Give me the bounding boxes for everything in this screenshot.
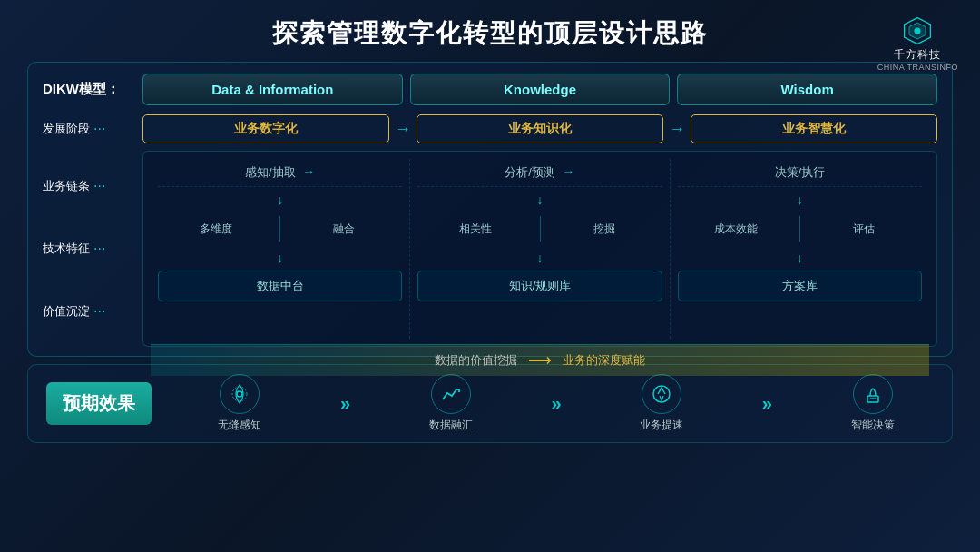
result-item-4: 智能决策 bbox=[851, 374, 895, 433]
tech-right-2: 挖掘 bbox=[546, 222, 662, 237]
result-icon-2 bbox=[431, 374, 471, 414]
chain-label: 业务链条 ··· bbox=[43, 171, 142, 202]
expected-label: 预期效果 bbox=[46, 382, 152, 425]
value-box-2: 知识/规则库 bbox=[417, 271, 662, 301]
main-title: 探索管理数字化转型的顶层设计思路 bbox=[0, 16, 980, 51]
upper-section: DIKW模型： Data & Information Knowledge Wis… bbox=[27, 62, 953, 357]
svg-point-3 bbox=[237, 391, 242, 397]
result-label-1: 无缝感知 bbox=[218, 418, 261, 433]
tech-right-3: 评估 bbox=[806, 222, 922, 237]
tech-label: 技术特征 ··· bbox=[43, 233, 142, 264]
dikw-col-data: Data & Information bbox=[142, 74, 403, 105]
result-label-3: 业务提速 bbox=[640, 418, 683, 433]
result-icon-4 bbox=[853, 374, 893, 414]
arrow-1: → bbox=[395, 120, 411, 139]
result-label-2: 数据融汇 bbox=[429, 418, 473, 433]
result-icon-3 bbox=[642, 374, 681, 414]
stages-label: 发展阶段 ··· bbox=[43, 121, 142, 137]
value-box-1: 数据中台 bbox=[158, 271, 402, 301]
results-items: 无缝感知 » 数据融汇 » 业务提速 » 智能 bbox=[179, 374, 934, 433]
bottom-bar-arrow: ⟶ bbox=[528, 350, 552, 370]
tech-row-1: 多维度 融合 bbox=[158, 209, 402, 249]
logo-icon bbox=[901, 15, 934, 47]
chain-item-3: 决策/执行 bbox=[678, 159, 922, 187]
svg-point-2 bbox=[915, 27, 921, 34]
tech-arrow-down-3: ↓ bbox=[678, 251, 922, 265]
tech-left-1: 多维度 bbox=[158, 222, 274, 237]
result-label-4: 智能决策 bbox=[851, 418, 895, 433]
dikw-row: DIKW模型： Data & Information Knowledge Wis… bbox=[43, 74, 937, 105]
tech-divider-1 bbox=[279, 216, 280, 242]
tech-arrow-3: ↓ bbox=[678, 192, 922, 207]
stage-box-1: 业务数字化 bbox=[142, 114, 389, 143]
lower-section: 预期效果 无缝感知 » 数据融汇 » 业务提速 bbox=[27, 364, 953, 443]
main-container: 千方科技 CHINA TRANSINFO 探索管理数字化转型的顶层设计思路 DI… bbox=[0, 0, 980, 552]
tech-arrow-down-2: ↓ bbox=[417, 251, 662, 265]
logo-sub: CHINA TRANSINFO bbox=[877, 63, 958, 72]
stages-row: 发展阶段 ··· 业务数字化 → 业务知识化 → 业务智慧化 bbox=[43, 114, 937, 143]
tech-arrow-1: ↓ bbox=[158, 192, 402, 207]
logo-area: 千方科技 CHINA TRANSINFO bbox=[877, 15, 958, 72]
tech-arrow-down-1: ↓ bbox=[158, 251, 402, 265]
result-item-3: 业务提速 bbox=[640, 374, 683, 433]
grid-col-1: 感知/抽取 → ↓ 多维度 融合 ↓ 数据中台 bbox=[151, 159, 410, 339]
dikw-columns: Data & Information Knowledge Wisdom bbox=[142, 74, 937, 105]
grid-col-2: 分析/预测 → ↓ 相关性 挖掘 ↓ 知识/规则库 bbox=[410, 159, 670, 339]
stage-box-2: 业务知识化 bbox=[416, 114, 663, 143]
tech-left-2: 相关性 bbox=[417, 222, 534, 237]
result-icon-1 bbox=[220, 374, 260, 414]
chevron-3: » bbox=[762, 393, 772, 414]
tech-right-1: 融合 bbox=[286, 222, 402, 237]
content-area: 业务链条 ··· 技术特征 ··· 价值沉淀 ··· bbox=[43, 151, 937, 347]
value-label: 价值沉淀 ··· bbox=[43, 296, 142, 327]
dikw-col-knowledge: Knowledge bbox=[410, 74, 671, 105]
result-item-1: 无缝感知 bbox=[218, 374, 261, 433]
tech-divider-3 bbox=[799, 216, 800, 242]
bottom-bar-right: 业务的深度赋能 bbox=[563, 352, 645, 369]
chevron-1: » bbox=[340, 393, 350, 414]
chevron-2: » bbox=[551, 393, 561, 414]
grid-bottom-bar: 数据的价值挖掘 ⟶ 业务的深度赋能 bbox=[151, 344, 929, 376]
logo-name: 千方科技 bbox=[894, 47, 941, 63]
chain-item-2: 分析/预测 → bbox=[417, 159, 662, 187]
result-item-2: 数据融汇 bbox=[429, 374, 473, 433]
grid-columns: 感知/抽取 → ↓ 多维度 融合 ↓ 数据中台 bbox=[151, 159, 929, 339]
stages-content: 业务数字化 → 业务知识化 → 业务智慧化 bbox=[142, 114, 937, 143]
svg-point-4 bbox=[232, 387, 247, 401]
arrow-2: → bbox=[669, 120, 685, 139]
chain-item-1: 感知/抽取 → bbox=[158, 159, 402, 187]
dikw-col-wisdom: Wisdom bbox=[677, 74, 937, 105]
dikw-label: DIKW模型： bbox=[43, 81, 142, 98]
left-labels: 业务链条 ··· 技术特征 ··· 价值沉淀 ··· bbox=[43, 151, 142, 347]
stage-box-3: 业务智慧化 bbox=[691, 114, 937, 143]
grid-col-3: 决策/执行 ↓ 成本效能 评估 ↓ 方案库 bbox=[671, 159, 929, 339]
tech-arrow-2: ↓ bbox=[417, 192, 662, 207]
bottom-bar-left: 数据的价值挖掘 bbox=[435, 352, 517, 369]
title-area: 探索管理数字化转型的顶层设计思路 bbox=[0, 0, 980, 51]
tech-left-3: 成本效能 bbox=[678, 222, 794, 237]
tech-row-2: 相关性 挖掘 bbox=[417, 209, 662, 249]
tech-divider-2 bbox=[540, 216, 541, 242]
tech-row-3: 成本效能 评估 bbox=[678, 209, 922, 249]
grid-area: 感知/抽取 → ↓ 多维度 融合 ↓ 数据中台 bbox=[142, 151, 937, 347]
value-box-3: 方案库 bbox=[678, 271, 922, 301]
